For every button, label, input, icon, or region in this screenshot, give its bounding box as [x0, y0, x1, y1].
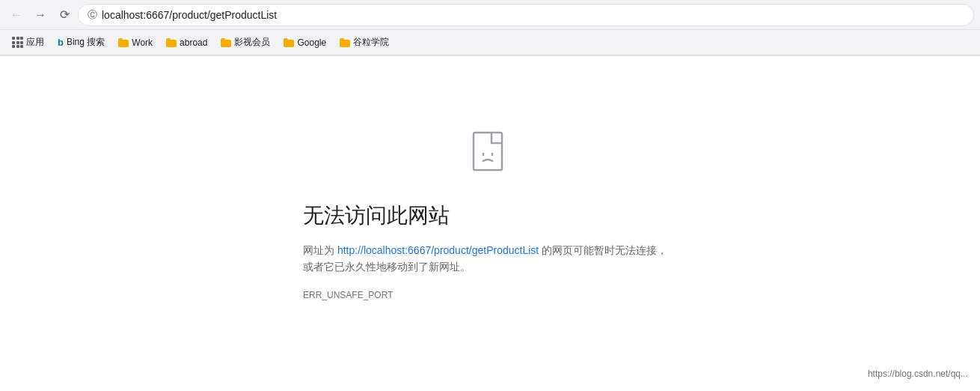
address-bar[interactable]: Ⓒ localhost:6667/product/getProductList	[78, 4, 974, 26]
bookmark-apps[interactable]: 应用	[6, 33, 50, 52]
forward-button[interactable]: →	[30, 4, 51, 25]
description-prefix: 网址为	[303, 244, 337, 256]
error-code: ERR_UNSAFE_PORT	[303, 290, 393, 300]
error-url-link[interactable]: http://localhost:6667/product/getProduct…	[337, 244, 539, 256]
bookmark-label: abroad	[180, 37, 207, 48]
nav-bar: ← → ⟳ Ⓒ localhost:6667/product/getProduc…	[0, 0, 980, 30]
page-content: 无法访问此网站 网址为 http://localhost:6667/produc…	[0, 56, 980, 341]
bookmark-label: 影视会员	[234, 36, 270, 49]
bookmark-label: Google	[297, 37, 326, 48]
bookmark-google[interactable]: Google	[278, 34, 332, 51]
folder-icon	[284, 38, 294, 47]
svg-rect-0	[474, 133, 502, 170]
error-heading: 无法访问此网站	[303, 201, 677, 230]
error-description: 网址为 http://localhost:6667/product/getPro…	[303, 242, 677, 276]
error-icon	[463, 127, 517, 184]
browser-chrome: ← → ⟳ Ⓒ localhost:6667/product/getProduc…	[0, 0, 980, 56]
bing-icon: b	[58, 37, 64, 48]
bookmark-label: Work	[132, 37, 153, 48]
bing-label: Bing 搜索	[67, 36, 105, 49]
back-button[interactable]: ←	[6, 4, 27, 25]
bookmark-grain[interactable]: 谷粒学院	[334, 33, 395, 52]
url-text: localhost:6667/product/getProductList	[102, 9, 964, 21]
apps-grid-icon	[12, 37, 23, 48]
bookmarks-bar: 应用 b Bing 搜索 Work abroad 影视会员 Google 谷粒学…	[0, 30, 980, 55]
bookmark-label: 谷粒学院	[353, 36, 389, 49]
reload-button[interactable]: ⟳	[54, 4, 75, 25]
apps-label: 应用	[26, 36, 44, 49]
bookmark-bing[interactable]: b Bing 搜索	[52, 33, 111, 52]
error-wrapper: 无法访问此网站 网址为 http://localhost:6667/produc…	[15, 127, 965, 301]
folder-icon	[221, 38, 231, 47]
folder-icon	[118, 38, 129, 47]
bookmark-movie[interactable]: 影视会员	[215, 33, 276, 52]
bookmark-work[interactable]: Work	[112, 34, 159, 51]
error-text-block: 无法访问此网站 网址为 http://localhost:6667/produc…	[303, 201, 677, 301]
bookmark-abroad[interactable]: abroad	[160, 34, 213, 51]
lock-icon: Ⓒ	[88, 8, 97, 22]
folder-icon	[340, 38, 350, 47]
folder-icon	[166, 38, 177, 47]
